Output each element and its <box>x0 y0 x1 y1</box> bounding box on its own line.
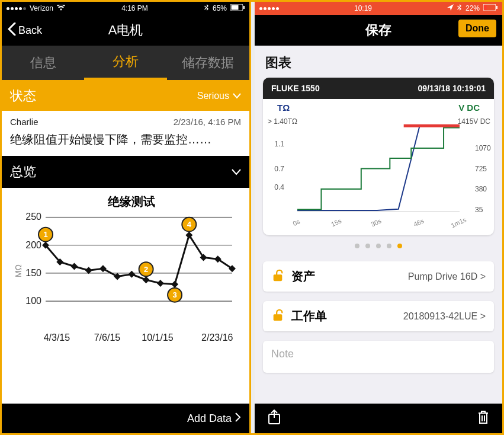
insulation-chart: 绝缘测试 MΩ 100150200250 1234 4/3/157/6/1510… <box>11 194 240 348</box>
battery-pct-label: 22% <box>466 4 480 12</box>
status-label: 状态 <box>10 87 36 105</box>
share-icon[interactable] <box>268 410 281 427</box>
lock-open-icon <box>271 309 284 324</box>
note-text: 绝缘阻值开始慢慢下降，需要监控…… <box>10 132 241 148</box>
big-chart: TΩ V DC > 1.40TΩ 1415V DC 1.10.70.4 1070… <box>263 99 494 235</box>
svg-text:0.7: 0.7 <box>274 165 284 173</box>
asset-label: 资产 <box>291 268 315 284</box>
svg-text:200: 200 <box>25 240 41 250</box>
y-axis-label: MΩ <box>14 264 23 277</box>
workorder-label: 工作单 <box>291 308 327 324</box>
status-bar: 10:19 22% <box>255 2 502 15</box>
right-axis-label: V DC <box>458 103 480 113</box>
right-max-tick: 1415V DC <box>458 117 491 126</box>
asset-row[interactable]: 资产 Pump Drive 16D > <box>263 261 494 292</box>
left-max-tick: > 1.40TΩ <box>268 117 297 126</box>
device-label: FLUKE 1550 <box>271 84 320 93</box>
svg-rect-40 <box>274 274 283 281</box>
add-data-button[interactable]: Add Data <box>2 404 249 433</box>
clock-label: 10:19 <box>354 4 372 12</box>
page-indicator[interactable] <box>255 235 502 257</box>
svg-rect-1 <box>231 5 238 10</box>
reading-timestamp: 09/13/18 10:19:01 <box>418 84 486 93</box>
svg-text:10/1/15: 10/1/15 <box>142 332 173 343</box>
status-value: Serious <box>197 91 229 101</box>
bottom-toolbar <box>255 404 502 433</box>
right-phone-screen: 10:19 22% 保存 Done 图表 FLUKE 1550 09/13/18… <box>255 2 502 433</box>
battery-icon <box>483 4 497 12</box>
note-placeholder: Note <box>271 348 294 360</box>
back-button[interactable]: Back <box>8 23 42 39</box>
nav-bar: 保存 Done <box>255 15 502 46</box>
svg-rect-25 <box>496 6 497 9</box>
chart-card: FLUKE 1550 09/13/18 10:19:01 TΩ V DC > 1… <box>263 78 494 235</box>
svg-rect-24 <box>484 5 487 10</box>
overview-header[interactable]: 总览 <box>2 156 249 188</box>
svg-text:150: 150 <box>25 268 41 278</box>
trash-icon[interactable] <box>477 410 489 427</box>
tab-info[interactable]: 信息 <box>2 46 84 80</box>
svg-text:1070: 1070 <box>475 144 491 152</box>
signal-dots-icon <box>7 7 26 10</box>
svg-text:0.4: 0.4 <box>274 183 284 191</box>
svg-text:4: 4 <box>187 220 192 229</box>
chevron-left-icon <box>8 23 16 39</box>
left-phone-screen: Verizon 4:16 PM 65% Back A电机 信息 分析 储存 <box>2 2 251 433</box>
tab-bar: 信息 分析 储存数据 <box>2 46 249 81</box>
svg-text:0s: 0s <box>292 218 301 227</box>
svg-text:380: 380 <box>475 185 487 193</box>
page-title: 保存 <box>365 21 391 39</box>
done-button[interactable]: Done <box>458 20 496 37</box>
section-heading: 图表 <box>255 46 502 78</box>
chart-title: 绝缘测试 <box>107 195 155 208</box>
svg-text:7/6/15: 7/6/15 <box>94 332 121 343</box>
svg-text:3: 3 <box>172 290 176 299</box>
chevron-down-icon <box>232 164 241 180</box>
svg-rect-2 <box>243 6 245 9</box>
clock-label: 4:16 PM <box>121 4 148 12</box>
back-label: Back <box>18 24 42 37</box>
status-row[interactable]: 状态 Serious <box>2 81 249 111</box>
svg-text:2: 2 <box>144 265 148 274</box>
svg-text:1: 1 <box>43 230 47 239</box>
svg-text:15s: 15s <box>330 217 343 228</box>
wifi-icon <box>57 4 65 12</box>
note-input[interactable]: Note <box>263 341 494 373</box>
asset-value: Pump Drive 16D > <box>408 271 486 282</box>
note-author: Charlie <box>10 117 38 127</box>
battery-icon <box>230 4 245 12</box>
svg-text:35: 35 <box>475 206 483 214</box>
tab-stored[interactable]: 储存数据 <box>167 46 249 80</box>
status-bar: Verizon 4:16 PM 65% <box>2 2 249 15</box>
svg-rect-41 <box>274 314 283 321</box>
svg-text:30s: 30s <box>370 217 383 228</box>
workorder-row[interactable]: 工作单 20180913-42LUE > <box>263 301 494 331</box>
signal-dots-icon <box>259 7 279 10</box>
workorder-value: 20180913-42LUE > <box>403 311 486 322</box>
left-axis-label: TΩ <box>277 103 290 113</box>
note-block: Charlie 2/23/16, 4:16 PM 绝缘阻值开始慢慢下降，需要监控… <box>2 111 249 156</box>
svg-text:2/23/16: 2/23/16 <box>201 332 233 343</box>
lock-open-icon <box>271 269 284 284</box>
location-icon <box>447 4 454 12</box>
battery-pct-label: 65% <box>213 4 227 12</box>
svg-text:4/3/15: 4/3/15 <box>44 332 70 343</box>
chevron-right-icon <box>235 412 241 425</box>
mini-chart-area: 绝缘测试 MΩ 100150200250 1234 4/3/157/6/1510… <box>2 188 249 404</box>
svg-text:725: 725 <box>475 165 487 173</box>
tab-analysis[interactable]: 分析 <box>84 46 166 80</box>
carrier-label: Verizon <box>30 4 53 12</box>
svg-text:100: 100 <box>25 296 41 306</box>
svg-text:1.1: 1.1 <box>274 140 284 148</box>
svg-text:1m1s: 1m1s <box>450 216 468 229</box>
nav-bar: Back A电机 <box>2 15 249 46</box>
add-data-label: Add Data <box>187 412 232 425</box>
overview-label: 总览 <box>10 163 36 181</box>
bluetooth-icon <box>204 4 209 13</box>
svg-text:46s: 46s <box>412 217 425 228</box>
svg-text:250: 250 <box>25 212 41 222</box>
bluetooth-icon <box>457 4 462 13</box>
chevron-down-icon <box>233 91 241 101</box>
note-timestamp: 2/23/16, 4:16 PM <box>174 117 241 127</box>
